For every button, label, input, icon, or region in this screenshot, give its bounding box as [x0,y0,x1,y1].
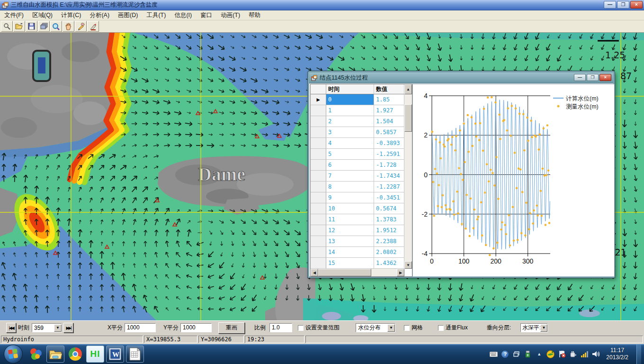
menu-file[interactable]: 文件(F) [0,10,28,20]
time-cell[interactable]: 0 [326,94,374,105]
taskbar-explorer-button[interactable] [46,346,64,363]
scale-input[interactable]: 1.0 [269,323,292,332]
table-row[interactable]: 132.2388 [311,236,412,247]
value-cell[interactable]: 0.5857 [374,127,404,138]
menu-help[interactable]: 帮助 [244,10,265,20]
value-cell[interactable]: -1.2591 [374,149,404,160]
pan-button[interactable] [63,21,74,32]
menu-draw[interactable]: 画图(D) [114,10,142,20]
help-icon[interactable]: ? [501,350,509,358]
row-selector[interactable] [311,247,326,258]
grid-checkbox[interactable] [404,325,410,331]
erase-button[interactable] [75,21,87,32]
value-column-header[interactable]: 数值 [374,84,404,94]
volume-icon[interactable] [592,350,600,358]
row-selector[interactable] [311,236,326,247]
menu-compute[interactable]: 计算(C) [57,10,85,20]
menu-region[interactable]: 区域(Q) [28,10,57,20]
keyboard-icon[interactable] [490,350,498,358]
taskbar-chrome-button[interactable] [66,346,84,363]
row-selector[interactable] [311,116,326,127]
time-cell[interactable]: 8 [326,182,374,192]
vscroll-thumb[interactable] [404,104,412,132]
power-plug-icon[interactable] [569,350,577,358]
table-row[interactable]: 121.9512 [311,225,412,236]
table-row[interactable]: 4-0.3893 [311,138,412,149]
table-row[interactable]: 6-1.728 [311,160,412,171]
table-row[interactable]: 5-1.2591 [311,149,412,160]
menu-animation[interactable]: 动画(T) [216,10,244,20]
variable-range-checkbox[interactable] [298,325,304,331]
row-selector[interactable] [311,214,326,225]
row-selector[interactable] [311,149,326,160]
distribution-select[interactable]: 水位分布▼ [356,323,395,332]
value-cell[interactable]: -1.2287 [374,182,404,192]
redraw-button[interactable]: 重画 [218,322,245,334]
value-cell[interactable]: 1.9512 [374,225,404,236]
value-cell[interactable]: -1.7434 [374,171,404,182]
table-row[interactable]: 7-1.7434 [311,171,412,182]
table-row[interactable]: 111.3783 [311,214,412,225]
time-column-header[interactable]: 时间 [326,84,374,94]
table-row[interactable]: ▶01.85 [311,94,412,105]
taskbar-spreadsheet-button[interactable] [126,346,144,363]
time-cell[interactable]: 15 [326,258,374,269]
row-selector[interactable] [311,225,326,236]
value-cell[interactable]: -1.728 [374,160,404,171]
row-selector[interactable] [311,105,326,116]
table-row[interactable]: 151.4362 [311,258,412,269]
minimize-button[interactable]: — [604,1,616,9]
table-row[interactable]: 30.5857 [311,127,412,138]
value-cell[interactable]: 1.4362 [374,258,404,269]
network-signal-icon[interactable] [581,350,589,358]
annotate-button[interactable] [87,21,99,32]
x-split-input[interactable]: 1000 [125,323,156,332]
dialog-minimize-button[interactable]: — [574,74,586,81]
table-row[interactable]: 21.504 [311,116,412,127]
restore-windows-icon[interactable] [512,350,520,358]
dropdown-arrow-icon[interactable]: ▼ [387,324,395,332]
dialog-titlebar[interactable]: 结点1145水位过程 — ❐ × [309,73,613,83]
value-cell[interactable]: 1.504 [374,116,404,127]
dialog-close-button[interactable]: × [599,74,611,81]
time-cell[interactable]: 11 [326,214,374,225]
value-cell[interactable]: 0.5674 [374,203,404,214]
time-cell[interactable]: 14 [326,247,374,258]
layer-select[interactable]: 水深平:▼ [520,323,548,332]
value-cell[interactable]: 2.2388 [374,236,404,247]
select-zoom-button[interactable] [1,21,13,32]
table-row[interactable]: 11.927 [311,105,412,116]
time-cell[interactable]: 10 [326,203,374,214]
row-selector[interactable] [311,182,326,192]
value-cell[interactable]: 1.927 [374,105,404,116]
vertical-scrollbar[interactable]: ▼ [404,94,412,269]
menu-tools[interactable]: 工具(T) [142,10,170,20]
main-titlebar[interactable]: 三维自由水面模拟 E:\应用实例\温州三维潮流泥沙含盐度 — ❐ × [0,0,644,10]
taskbar-clock[interactable]: 11:17 2013/2/2 [603,347,633,361]
row-selector[interactable] [311,258,326,269]
menu-analyze[interactable]: 分析(A) [85,10,114,20]
row-selector[interactable] [311,203,326,214]
value-cell[interactable]: 1.85 [374,94,404,105]
dropdown-arrow-icon[interactable]: ▼ [54,324,62,332]
time-cell[interactable]: 9 [326,192,374,203]
time-cell[interactable]: 1 [326,105,374,116]
time-step-select[interactable]: 359▼ [32,323,62,332]
table-row[interactable]: 100.5674 [311,203,412,214]
close-button[interactable]: × [630,1,643,9]
menu-info[interactable]: 信息(I) [170,10,196,20]
scroll-left-button[interactable]: ◀ [311,269,318,276]
table-row[interactable]: 9-0.3451 [311,192,412,203]
water-level-dialog[interactable]: 结点1145水位过程 — ❐ × 时间 数值 ▲ ▶01.8511.92721.… [308,71,615,278]
layers-button[interactable] [38,21,50,32]
save-button[interactable] [26,21,37,32]
show-desktop-button[interactable] [636,344,641,364]
time-cell[interactable]: 7 [326,171,374,182]
value-cell[interactable]: 2.0802 [374,247,404,258]
row-selector[interactable]: ▶ [311,94,326,105]
antivirus-icon[interactable] [546,350,555,358]
restore-button[interactable]: ❐ [617,1,629,9]
scroll-right-button[interactable]: ▶ [397,269,404,276]
value-cell[interactable]: 1.3783 [374,214,404,225]
usb-icon[interactable] [524,350,532,358]
